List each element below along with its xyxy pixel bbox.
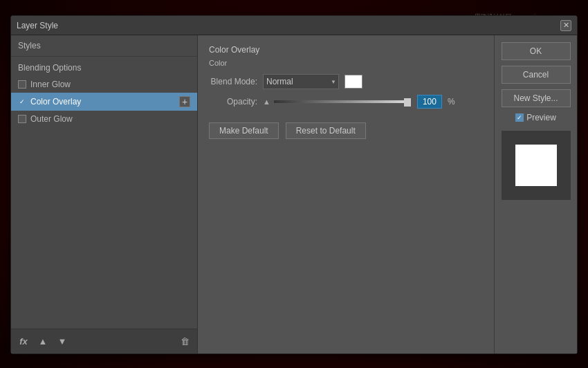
cancel-button[interactable]: Cancel — [502, 66, 571, 84]
move-up-icon[interactable]: ▲ — [36, 335, 50, 349]
new-style-button[interactable]: New Style... — [502, 89, 571, 107]
styles-header: Styles — [11, 35, 197, 57]
color-overlay-add-button[interactable]: + — [179, 96, 190, 107]
preview-inner-box — [515, 145, 557, 186]
styles-list: Blending Options Inner Glow ✓ Color Over… — [11, 57, 197, 329]
blend-mode-label: Blend Mode: — [209, 77, 257, 86]
delete-icon[interactable]: 🗑 — [178, 335, 192, 349]
right-panel: OK Cancel New Style... ✓ Preview — [494, 35, 577, 353]
inner-glow-label: Inner Glow — [30, 80, 71, 89]
title-bar: Layer Style ✕ — [11, 16, 577, 35]
opacity-slider-thumb[interactable] — [404, 98, 411, 107]
opacity-slider-wrapper: ▲ — [263, 98, 412, 106]
preview-label: Preview — [526, 113, 556, 122]
outer-glow-checkbox[interactable] — [18, 115, 26, 123]
ok-button[interactable]: OK — [502, 42, 571, 60]
action-buttons-row: Make Default Reset to Default — [209, 122, 483, 139]
left-panel-footer: fx ▲ ▼ 🗑 — [11, 329, 197, 353]
opacity-slider-track[interactable] — [273, 100, 412, 104]
reset-default-button[interactable]: Reset to Default — [286, 122, 366, 139]
sidebar-item-blending-options[interactable]: Blending Options — [11, 59, 197, 76]
color-swatch[interactable] — [344, 75, 362, 89]
sidebar-item-inner-glow[interactable]: Inner Glow — [11, 76, 197, 93]
blend-mode-row: Blend Mode: Normal Dissolve Multiply Scr… — [209, 74, 483, 89]
preview-checkbox[interactable]: ✓ — [515, 113, 524, 122]
color-overlay-checkbox[interactable]: ✓ — [18, 98, 26, 106]
opacity-slider-arrow: ▲ — [263, 98, 270, 106]
blending-options-label: Blending Options — [18, 63, 81, 73]
preview-canvas — [502, 131, 571, 200]
section-title: Color Overlay — [209, 45, 483, 55]
opacity-input[interactable] — [417, 95, 442, 109]
blend-mode-select[interactable]: Normal Dissolve Multiply Screen Overlay — [263, 74, 339, 89]
center-panel: Color Overlay Color Blend Mode: Normal D… — [198, 35, 494, 353]
opacity-row: Opacity: ▲ % — [209, 95, 483, 109]
left-panel: Styles Blending Options Inner Glow ✓ Col… — [11, 35, 198, 353]
color-overlay-label: Color Overlay — [30, 97, 81, 107]
make-default-button[interactable]: Make Default — [209, 122, 279, 139]
inner-glow-checkbox[interactable] — [18, 80, 26, 89]
move-down-icon[interactable]: ▼ — [55, 335, 69, 349]
preview-row: ✓ Preview — [500, 113, 571, 122]
sub-title: Color — [209, 59, 483, 67]
close-button[interactable]: ✕ — [560, 20, 571, 31]
blend-mode-wrapper: Normal Dissolve Multiply Screen Overlay — [263, 74, 339, 89]
sidebar-item-color-overlay[interactable]: ✓ Color Overlay + — [11, 93, 197, 111]
fx-icon[interactable]: fx — [17, 335, 30, 349]
opacity-percent: % — [448, 97, 455, 107]
sidebar-item-outer-glow[interactable]: Outer Glow — [11, 111, 197, 127]
outer-glow-label: Outer Glow — [30, 114, 73, 124]
dialog-title: Layer Style — [17, 21, 58, 30]
opacity-label: Opacity: — [209, 97, 257, 107]
